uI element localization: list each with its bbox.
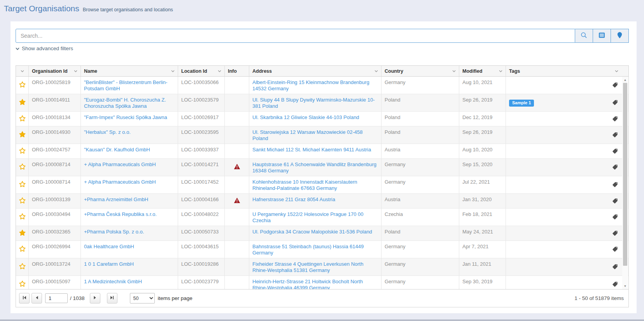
address-link[interactable]: Ul. Starowiejska 12 Warsaw Mazowieckie 0… xyxy=(252,129,362,141)
first-page-button[interactable] xyxy=(19,293,30,303)
show-advanced-filters-toggle[interactable]: Show advanced filters xyxy=(16,46,73,51)
scroll-down-icon[interactable]: ▼ xyxy=(622,283,628,289)
edit-tags-button[interactable] xyxy=(611,281,618,288)
pager-prev-icon xyxy=(35,295,39,301)
organisation-id-cell: ORG-100030494 xyxy=(29,209,81,226)
address-link[interactable]: Albert-Einstein-Ring 15 Kleinmachnow Bra… xyxy=(252,79,369,91)
chevron-down-icon[interactable] xyxy=(21,70,24,72)
favourite-star-button[interactable] xyxy=(18,245,27,254)
edit-tags-button[interactable] xyxy=(611,246,618,253)
edit-tags-button[interactable] xyxy=(611,148,618,155)
edit-tags-button[interactable] xyxy=(611,230,618,237)
favourite-star-button[interactable] xyxy=(18,196,27,206)
address-link[interactable]: Ul. Podgorska 34 Cracow Malopolskie 31-5… xyxy=(252,229,372,235)
chevron-down-icon[interactable] xyxy=(72,70,77,72)
edit-tags-button[interactable] xyxy=(611,198,618,205)
address-link[interactable]: Fixheider Strasse 4 Quettingen Leverkuse… xyxy=(252,261,363,273)
favourite-star-button[interactable] xyxy=(18,114,27,124)
location-id-text: LOC-100035066 xyxy=(181,79,219,85)
chevron-down-icon[interactable] xyxy=(372,70,378,72)
organisation-name-link[interactable]: "Kausan" Dr. Kaufhold GmbH xyxy=(84,147,150,153)
organisation-name-link[interactable]: + Alpha Pharmaceuticals GmbH xyxy=(84,161,156,167)
edit-tags-button[interactable] xyxy=(611,264,618,271)
name-cell: +Pharma Polska Sp. z o.o. xyxy=(81,226,178,240)
tag-icon xyxy=(612,100,618,107)
tags-cell xyxy=(506,276,628,289)
chevron-down-icon[interactable] xyxy=(612,70,618,72)
edit-tags-button[interactable] xyxy=(611,214,618,221)
favourite-star-button[interactable] xyxy=(18,81,27,90)
edit-tags-button[interactable] xyxy=(611,116,618,123)
modified-text: Sep 26, 2019 xyxy=(462,129,492,135)
organisation-name-link[interactable]: 0ak Healthcare GmbH xyxy=(84,244,134,249)
address-link[interactable]: Hafnerstrasse 211 Graz 8054 Austria xyxy=(252,196,335,202)
modified-cell: Jul 22, 2021 xyxy=(459,176,506,193)
map-view-button[interactable] xyxy=(611,29,629,43)
address-link[interactable]: U Pergamenky 1522/2 Holesovice Prague 17… xyxy=(252,211,363,223)
organisation-id-text: ORG-100032365 xyxy=(32,229,70,235)
page-size-select[interactable]: 50 xyxy=(130,293,155,303)
search-input[interactable] xyxy=(16,29,575,43)
location-id-cell: LOC-100023595 xyxy=(178,126,225,144)
page-number-input[interactable] xyxy=(45,293,68,303)
address-link[interactable]: Sankt Michael 112 St. Michael Kaernten 9… xyxy=(252,147,371,153)
organisation-name-link[interactable]: + Alpha Pharmaceuticals GmbH xyxy=(84,179,156,185)
address-link[interactable]: Ul. Skarbnika 12 Gliwice Slaskie 44-103 … xyxy=(252,114,359,120)
favourite-star-button[interactable] xyxy=(18,163,27,172)
location-id-text: LOC-100023595 xyxy=(181,129,219,135)
favourite-star-button[interactable] xyxy=(18,280,27,289)
scroll-up-icon[interactable]: ▲ xyxy=(622,77,628,82)
favourite-star-button[interactable] xyxy=(18,229,27,238)
edit-tags-button[interactable] xyxy=(611,164,618,171)
last-page-button[interactable] xyxy=(107,293,117,303)
edit-tags-button[interactable] xyxy=(611,82,618,89)
organisation-name-link[interactable]: +Pharma Polska Sp. z o.o. xyxy=(84,229,144,235)
column-header-address[interactable]: Address xyxy=(249,66,382,76)
column-header-favourite[interactable] xyxy=(16,66,29,76)
address-link[interactable]: Hauptstrasse 61 A Schoenwalde Wandlitz B… xyxy=(252,161,376,174)
organisation-name-link[interactable]: "Herbalux" Sp. z o.o. xyxy=(84,129,131,135)
chevron-down-icon[interactable] xyxy=(169,70,175,72)
favourite-star-button[interactable] xyxy=(18,212,27,222)
organisation-name-link[interactable]: +Pharma Arzneimittel GmbH xyxy=(84,196,148,202)
chevron-down-icon[interactable] xyxy=(215,70,221,72)
tag-icon xyxy=(612,116,618,123)
address-link[interactable]: Ul. Slupy 44 B Slupy Dywity Warminsko-Ma… xyxy=(252,97,375,109)
edit-tags-button[interactable] xyxy=(611,132,618,139)
organisation-name-link[interactable]: "BerlinBlister" - Blisterzentrum Berlin-… xyxy=(84,79,167,91)
favourite-star-button[interactable] xyxy=(18,180,27,189)
edit-tags-button[interactable] xyxy=(611,100,618,107)
column-header-location-id[interactable]: Location Id xyxy=(178,66,225,76)
column-header-country[interactable]: Country xyxy=(382,66,459,76)
table-view-button[interactable] xyxy=(593,29,611,43)
address-cell: Ul. Starowiejska 12 Warsaw Mazowieckie 0… xyxy=(249,126,382,144)
tags-cell xyxy=(506,258,628,275)
organisation-name-link[interactable]: "Farm-Impex" Rusecki Spółka Jawna xyxy=(84,114,167,120)
address-link[interactable]: Kohlenhofstrasse 10 Innenstadt Kaisersla… xyxy=(252,179,357,191)
column-header-info[interactable]: Info xyxy=(225,66,249,76)
edit-tags-button[interactable] xyxy=(611,182,618,189)
column-header-name[interactable]: Name xyxy=(81,66,178,76)
favourite-star-button[interactable] xyxy=(18,98,27,107)
favourite-star-button[interactable] xyxy=(18,130,27,140)
prev-page-button[interactable] xyxy=(32,293,42,303)
scrollbar-thumb[interactable] xyxy=(623,83,627,266)
favourite-star-button[interactable] xyxy=(18,262,27,272)
vertical-scrollbar[interactable]: ▲ ▼ xyxy=(622,77,628,289)
search-button[interactable] xyxy=(575,29,593,43)
organisation-name-link[interactable]: 1 A Medizintechnik GmbH xyxy=(84,279,142,284)
chevron-down-icon[interactable] xyxy=(450,70,456,72)
tag-icon xyxy=(612,182,618,189)
organisation-name-link[interactable]: 1 0 1 Carefarm GmbH xyxy=(84,261,134,267)
address-link[interactable]: Bahnstrasse 51 Steinbach (taunus) Hassia… xyxy=(252,244,364,256)
column-header-organisation-id[interactable]: Organisation Id xyxy=(29,66,81,76)
address-link[interactable]: Heinrich-Hertz-Strasse 21 Holtwick Bocho… xyxy=(252,279,363,289)
column-header-tags[interactable]: Tags xyxy=(506,66,628,76)
favourite-star-button[interactable] xyxy=(18,147,27,156)
location-id-cell: LOC-100004166 xyxy=(178,194,225,208)
organisation-name-link[interactable]: "Eurogaz-Bombi" H. Choroszucha Z. Choros… xyxy=(84,97,166,109)
organisation-name-link[interactable]: +Pharma Česká Republika s.r.o. xyxy=(84,211,157,217)
next-page-button[interactable] xyxy=(90,293,100,303)
column-header-modified[interactable]: Modified xyxy=(459,66,506,76)
chevron-down-icon[interactable] xyxy=(497,70,502,72)
